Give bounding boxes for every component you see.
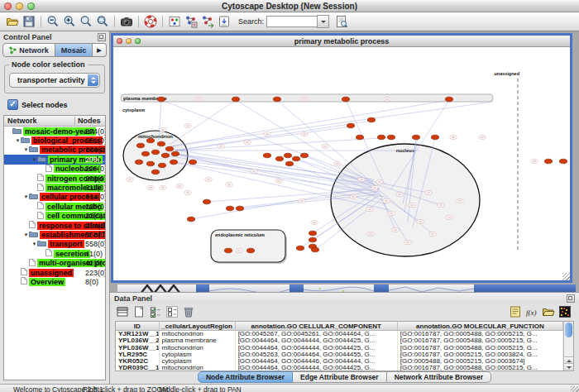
tree-row-transport[interactable]: ▼transport558(0) <box>4 240 105 249</box>
float-panel-icon[interactable] <box>98 33 106 41</box>
zoom-out-icon[interactable] <box>45 14 60 29</box>
tree-row-biological-process[interactable]: ▼biological_process651(0) <box>4 136 105 145</box>
background-window-fragment[interactable] <box>117 284 196 292</box>
selected-gene-node[interactable] <box>170 160 177 165</box>
background-window-edge[interactable] <box>474 284 576 292</box>
background-window-fragment[interactable] <box>304 284 374 292</box>
select-nodes-checkbox[interactable] <box>7 99 18 110</box>
selected-gene-node[interactable] <box>171 151 179 156</box>
network-canvas[interactable]: plasma membranecytoplasmmitochondrionnuc… <box>113 47 570 280</box>
zoom-in-icon[interactable] <box>62 14 77 29</box>
selected-gene-node[interactable] <box>141 151 149 156</box>
open-folder-icon[interactable] <box>5 14 20 29</box>
background-window-edge[interactable] <box>374 284 389 292</box>
table-column-header[interactable]: annotation.GO MOLECULAR_FUNCTION <box>397 322 562 331</box>
selected-gene-node[interactable] <box>151 170 159 174</box>
selected-gene-node[interactable] <box>285 161 293 166</box>
selected-gene-node[interactable] <box>431 135 438 140</box>
table-row[interactable]: YPL036W__1mitochondrion[GO:0044464, GO:0… <box>116 345 563 351</box>
tree-row-metabolic-process[interactable]: ▼metabolic process280(0) <box>4 146 105 155</box>
table-column-header[interactable]: annotation.GO CELLULAR_COMPONENT <box>235 322 397 331</box>
selected-gene-node[interactable] <box>275 156 283 161</box>
table-scrollbar[interactable] <box>563 322 573 370</box>
search-input[interactable] <box>266 16 317 27</box>
network-edge-icon[interactable] <box>200 14 215 29</box>
selected-gene-node[interactable] <box>161 153 169 158</box>
help-lifering-icon[interactable] <box>143 14 158 29</box>
vizmapper-icon[interactable] <box>167 14 182 29</box>
expand-triangle-icon[interactable]: ▼ <box>23 147 29 152</box>
selected-gene-node[interactable] <box>311 247 318 252</box>
selected-gene-node[interactable] <box>157 97 165 102</box>
expand-triangle-icon[interactable]: ▼ <box>15 138 21 143</box>
background-window-fragment[interactable] <box>389 284 474 292</box>
tree-row-unassigned[interactable]: unassigned223(0) <box>4 268 105 277</box>
new-attribute-icon[interactable] <box>132 305 146 319</box>
selected-gene-node[interactable] <box>309 237 316 242</box>
selected-gene-node[interactable] <box>203 199 210 204</box>
selected-gene-node[interactable] <box>387 135 395 140</box>
column-network[interactable]: Network <box>4 117 75 125</box>
tree-row-cellular-process[interactable]: ▼cellular process614(0) <box>4 193 105 202</box>
selected-gene-node[interactable] <box>356 135 363 140</box>
background-window-edge[interactable] <box>290 284 304 292</box>
window-resize-grip[interactable] <box>562 273 570 280</box>
selected-gene-node[interactable] <box>146 138 154 143</box>
network-graph[interactable]: plasma membranecytoplasmmitochondrionnuc… <box>113 47 570 280</box>
selected-gene-node[interactable] <box>236 206 243 211</box>
selected-gene-node[interactable] <box>165 146 173 151</box>
enhanced-search-icon[interactable] <box>334 14 349 29</box>
selected-gene-node[interactable] <box>232 97 239 102</box>
unselect-attributes-icon[interactable] <box>165 305 179 319</box>
tree-row-nitrogen-compo[interactable]: nitrogen compo209(0) <box>4 174 105 183</box>
network-window-titlebar[interactable]: primary metabolic process <box>113 36 570 47</box>
selected-gene-node[interactable] <box>136 143 144 148</box>
selected-gene-node[interactable] <box>377 135 385 140</box>
tree-row-primary-metab[interactable]: ▼primary metab209(... <box>4 155 105 164</box>
scroll-down-button[interactable] <box>564 363 573 370</box>
selected-gene-node[interactable] <box>284 153 291 158</box>
search-dropdown-arrow[interactable] <box>317 15 329 28</box>
table-row[interactable]: YDR039C__1mitochondrion[GO:0044464, GO:0… <box>116 365 563 370</box>
selected-gene-node[interactable] <box>224 248 232 253</box>
selected-gene-node[interactable] <box>135 160 142 165</box>
selected-gene-node[interactable] <box>146 161 154 166</box>
tab-node-attribute-browser[interactable]: Node Attribute Browser <box>198 371 293 383</box>
selected-gene-node[interactable] <box>187 217 194 222</box>
scrollbar-thumb[interactable] <box>565 323 572 337</box>
selected-gene-node[interactable] <box>158 163 165 168</box>
table-column-header[interactable]: ID <box>116 322 159 331</box>
table-row[interactable]: YLR295Ccytoplasm[GO:0045263, GO:0044464,… <box>116 351 563 358</box>
selected-gene-node[interactable] <box>347 123 354 128</box>
selected-gene-node[interactable] <box>300 153 308 158</box>
snapshot-camera-icon[interactable] <box>119 14 134 29</box>
table-row[interactable]: YPL036W__2plasma membrane[GO:0044464, GO… <box>116 337 563 344</box>
table-row[interactable]: YKR052Ccytoplasm[GO:0044464, GO:0044446,… <box>116 358 563 365</box>
select-attributes-icon[interactable] <box>148 305 163 319</box>
column-nodes[interactable]: Nodes <box>75 117 105 125</box>
tree-row-secretion[interactable]: secretion41(0) <box>4 249 105 258</box>
table-column-header[interactable]: _cellularLayoutRegion <box>159 322 235 331</box>
expand-triangle-icon[interactable]: ▼ <box>31 241 37 246</box>
tree-row-cellular-metabo[interactable]: cellular metabo209(0) <box>4 202 105 211</box>
selected-gene-node[interactable] <box>367 117 375 122</box>
tree-row-macromolecule[interactable]: macromolecule311(0) <box>4 183 105 192</box>
background-window-edge[interactable] <box>196 284 209 292</box>
selected-gene-node[interactable] <box>445 97 452 102</box>
import-attributes-icon[interactable] <box>541 305 556 319</box>
selected-gene-node[interactable] <box>246 248 254 253</box>
annotation-icon[interactable] <box>217 14 232 29</box>
app-resize-grip[interactable] <box>571 386 579 392</box>
selected-gene-node[interactable] <box>559 159 567 164</box>
tree-row-multi-organism-pro[interactable]: multi-organism pro42(0) <box>4 258 105 267</box>
selected-gene-node[interactable] <box>151 150 159 155</box>
save-icon[interactable] <box>22 14 36 29</box>
selected-gene-node[interactable] <box>292 156 299 161</box>
attribute-list-icon[interactable] <box>508 305 523 319</box>
tab-mosaic[interactable]: Mosaic <box>55 43 93 57</box>
tree-row-response-to-stimul[interactable]: response to stimul264(0) <box>4 221 105 230</box>
tab-network-attribute-browser[interactable]: Network Attribute Browser <box>387 371 491 383</box>
table-row[interactable]: YJR121W__1mitochondrion[GO:0045267, GO:0… <box>116 331 563 338</box>
tree-row-cell-communicat[interactable]: cell communicat22(0) <box>4 212 105 221</box>
selected-gene-node[interactable] <box>157 141 165 146</box>
